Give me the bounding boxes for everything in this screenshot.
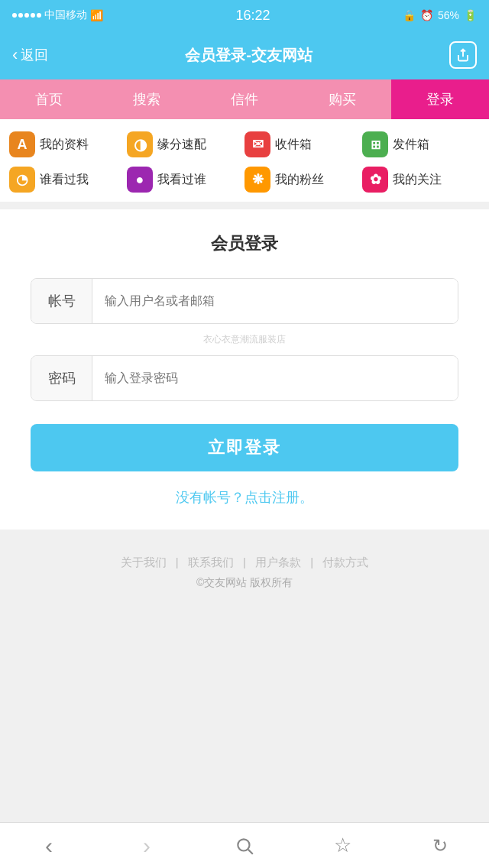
footer-links: 关于我们 | 联系我们 | 用户条款 | 付款方式 <box>15 555 474 570</box>
fans-label: 我的粉丝 <box>275 172 324 188</box>
following-icon: ✿ <box>362 167 388 193</box>
quick-item-match[interactable]: ◑ 缘分速配 <box>127 131 244 157</box>
tab-login[interactable]: 登录 <box>391 79 489 119</box>
divider-1 <box>0 202 489 209</box>
svg-point-1 <box>238 839 249 850</box>
quick-item-following[interactable]: ✿ 我的关注 <box>362 167 480 193</box>
battery-label: 56% <box>438 9 459 21</box>
footer-payment[interactable]: 付款方式 <box>322 555 368 568</box>
status-right: 🔒 ⏰ 56% 🔋 <box>403 9 477 21</box>
signal-dots <box>12 13 41 18</box>
who-viewed-icon: ◔ <box>9 167 35 193</box>
username-input[interactable] <box>92 279 458 323</box>
password-group: 密码 <box>31 355 458 401</box>
fans-icon: ❋ <box>244 167 270 193</box>
outbox-label: 发件箱 <box>393 137 429 153</box>
footer-sep-3: | <box>310 555 316 568</box>
following-label: 我的关注 <box>393 172 442 188</box>
tab-buy[interactable]: 购买 <box>293 79 391 119</box>
quick-row-2: ◔ 谁看过我 ● 我看过谁 ❋ 我的粉丝 ✿ 我的关注 <box>0 162 489 197</box>
quick-item-who-viewed[interactable]: ◔ 谁看过我 <box>9 167 127 193</box>
profile-icon: A <box>9 131 35 157</box>
back-button[interactable]: ‹ 返回 <box>12 45 48 65</box>
back-chevron-icon: ‹ <box>12 45 18 65</box>
quick-item-inbox[interactable]: ✉ 收件箱 <box>244 131 362 157</box>
bottom-nav: ‹ › ☆ ↻ <box>0 822 489 868</box>
match-label: 缘分速配 <box>157 137 206 153</box>
i-viewed-label: 我看过谁 <box>157 172 206 188</box>
nav-forward-button[interactable]: › <box>128 829 166 863</box>
footer-sep-2: | <box>243 555 249 568</box>
status-left: 中国移动 📶 <box>12 8 103 22</box>
nav-favorite-button[interactable]: ☆ <box>323 829 361 863</box>
divider-2 <box>0 530 489 537</box>
footer-copyright: ©交友网站 版权所有 <box>15 576 474 590</box>
quick-item-fans[interactable]: ❋ 我的粉丝 <box>244 167 362 193</box>
watermark: 衣心衣意潮流服装店 <box>31 330 458 349</box>
tab-mail[interactable]: 信件 <box>196 79 293 119</box>
quick-links: A 我的资料 ◑ 缘分速配 ✉ 收件箱 ⊞ 发件箱 ◔ 谁看过我 ● 我看过谁 … <box>0 119 489 202</box>
carrier-label: 中国移动 <box>44 8 87 22</box>
inbox-label: 收件箱 <box>275 137 312 153</box>
tab-home[interactable]: 首页 <box>0 79 98 119</box>
lock-icon: 🔒 <box>403 9 416 21</box>
footer-about[interactable]: 关于我们 <box>121 555 167 568</box>
match-icon: ◑ <box>127 131 153 157</box>
quick-row-1: A 我的资料 ◑ 缘分速配 ✉ 收件箱 ⊞ 发件箱 <box>0 127 489 162</box>
tab-search[interactable]: 搜索 <box>98 79 196 119</box>
outbox-icon: ⊞ <box>362 131 388 157</box>
bottom-spacer <box>0 605 489 659</box>
share-button[interactable] <box>449 41 477 69</box>
svg-line-2 <box>248 849 253 853</box>
battery-icon: 🔋 <box>464 9 477 21</box>
wifi-icon: 📶 <box>90 9 103 21</box>
nav-bar: ‹ 返回 会员登录-交友网站 <box>0 31 489 79</box>
i-viewed-icon: ● <box>127 167 153 193</box>
nav-refresh-button[interactable]: ↻ <box>421 829 459 863</box>
alarm-icon: ⏰ <box>420 9 433 21</box>
back-label: 返回 <box>21 46 48 64</box>
nav-back-button[interactable]: ‹ <box>30 829 68 863</box>
page-title: 会员登录-交友网站 <box>185 45 313 66</box>
username-group: 帐号 <box>31 278 458 324</box>
footer-sep-1: | <box>176 555 182 568</box>
footer-contact[interactable]: 联系我们 <box>188 555 234 568</box>
login-button[interactable]: 立即登录 <box>31 424 458 471</box>
register-link[interactable]: 没有帐号？点击注册。 <box>31 488 458 507</box>
password-input[interactable] <box>92 356 458 400</box>
password-label: 密码 <box>31 356 92 400</box>
footer-terms[interactable]: 用户条款 <box>255 555 301 568</box>
profile-label: 我的资料 <box>40 137 89 153</box>
tab-bar: 首页 搜索 信件 购买 登录 <box>0 79 489 119</box>
nav-search-button[interactable] <box>225 829 264 863</box>
status-bar: 中国移动 📶 16:22 🔒 ⏰ 56% 🔋 <box>0 0 489 31</box>
footer: 关于我们 | 联系我们 | 用户条款 | 付款方式 ©交友网站 版权所有 <box>0 537 489 605</box>
login-title: 会员登录 <box>31 232 458 255</box>
inbox-icon: ✉ <box>244 131 270 157</box>
quick-item-i-viewed[interactable]: ● 我看过谁 <box>127 167 244 193</box>
who-viewed-label: 谁看过我 <box>40 172 89 188</box>
quick-item-profile[interactable]: A 我的资料 <box>9 131 127 157</box>
username-label: 帐号 <box>31 279 92 323</box>
quick-item-outbox[interactable]: ⊞ 发件箱 <box>362 131 480 157</box>
time-display: 16:22 <box>235 8 270 24</box>
login-section: 会员登录 帐号 衣心衣意潮流服装店 密码 立即登录 没有帐号？点击注册。 <box>0 209 489 530</box>
